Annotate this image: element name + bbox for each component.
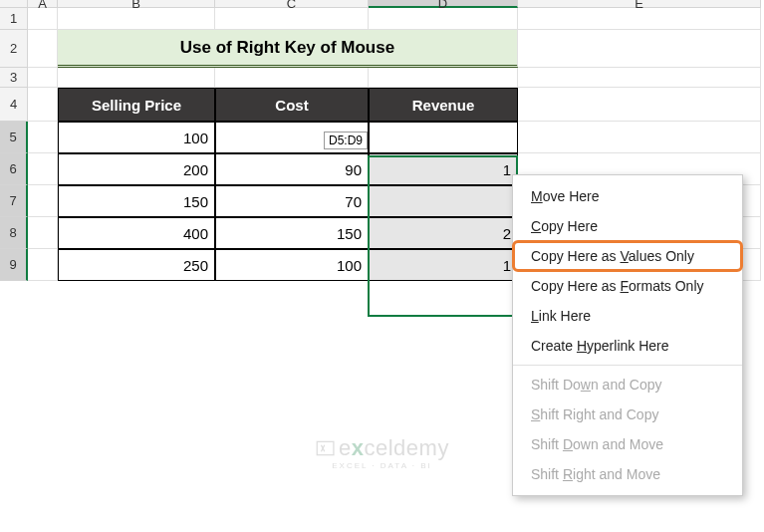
row-header-7[interactable]: 7	[0, 185, 28, 217]
cell[interactable]	[28, 30, 58, 68]
menu-shift-right-copy: Shift Right and Copy	[513, 399, 742, 429]
cell[interactable]	[518, 8, 761, 30]
cell[interactable]	[58, 68, 215, 88]
menu-link-here[interactable]: Link Here	[513, 301, 742, 331]
data-cell[interactable]: 100	[58, 122, 215, 153]
cell[interactable]	[369, 8, 518, 30]
cell[interactable]	[28, 249, 58, 281]
col-header-d[interactable]: D	[369, 0, 518, 8]
col-header-a[interactable]: A	[28, 0, 58, 8]
data-cell[interactable]: 1	[369, 249, 518, 281]
data-cell[interactable]: 150	[215, 217, 369, 249]
row-header-5[interactable]: 5	[0, 122, 28, 153]
menu-copy-here[interactable]: Copy Here	[513, 211, 742, 241]
range-tooltip: D5:D9	[324, 132, 368, 149]
cell[interactable]	[518, 30, 761, 68]
title-cell[interactable]: Use of Right Key of Mouse	[58, 30, 518, 68]
cell[interactable]	[28, 185, 58, 217]
header-cost[interactable]: Cost	[215, 88, 369, 122]
data-cell[interactable]	[369, 122, 518, 153]
cell[interactable]	[518, 122, 761, 153]
data-cell[interactable]: 200	[58, 153, 215, 185]
data-cell[interactable]: 90	[215, 153, 369, 185]
watermark-tagline: EXCEL · DATA · BI	[315, 461, 449, 470]
context-menu: Move Here Copy Here Copy Here as Values …	[512, 174, 743, 496]
row-header-1[interactable]: 1	[0, 8, 28, 30]
cell[interactable]	[28, 153, 58, 185]
row-header-9[interactable]: 9	[0, 249, 28, 281]
data-cell[interactable]: 2	[369, 217, 518, 249]
menu-shift-right-move: Shift Right and Move	[513, 459, 742, 489]
data-cell[interactable]	[369, 185, 518, 217]
watermark-brand: exceldemy	[339, 435, 449, 460]
menu-move-here[interactable]: Move Here	[513, 181, 742, 211]
menu-create-hyperlink[interactable]: Create Hyperlink Here	[513, 331, 742, 361]
data-cell[interactable]: 100	[215, 249, 369, 281]
header-revenue[interactable]: Revenue	[369, 88, 518, 122]
cell[interactable]	[58, 8, 215, 30]
select-all-corner[interactable]	[0, 0, 28, 8]
excel-icon	[315, 438, 335, 458]
data-cell[interactable]: 70	[215, 185, 369, 217]
svg-rect-0	[317, 441, 334, 454]
menu-shift-down-copy: Shift Down and Copy	[513, 370, 742, 399]
cell[interactable]	[28, 217, 58, 249]
data-cell[interactable]: 150	[58, 185, 215, 217]
col-header-c[interactable]: C	[215, 0, 369, 8]
col-header-e[interactable]: E	[518, 0, 761, 8]
cell[interactable]	[28, 68, 58, 88]
data-cell[interactable]: 250	[58, 249, 215, 281]
cell[interactable]	[215, 68, 369, 88]
row-header-3[interactable]: 3	[0, 68, 28, 88]
cell[interactable]	[215, 8, 369, 30]
row-header-4[interactable]: 4	[0, 88, 28, 122]
row-header-8[interactable]: 8	[0, 217, 28, 249]
menu-copy-formats-only[interactable]: Copy Here as Formats Only	[513, 271, 742, 301]
row-header-6[interactable]: 6	[0, 153, 28, 185]
menu-copy-values-only[interactable]: Copy Here as Values Only	[513, 241, 742, 271]
row-header-2[interactable]: 2	[0, 30, 28, 68]
watermark: exceldemy EXCEL · DATA · BI	[315, 435, 449, 470]
cell[interactable]	[518, 88, 761, 122]
cell[interactable]	[518, 68, 761, 88]
cell[interactable]	[369, 68, 518, 88]
col-header-b[interactable]: B	[58, 0, 215, 8]
data-cell[interactable]: 400	[58, 217, 215, 249]
cell[interactable]	[28, 122, 58, 153]
data-cell[interactable]: 1	[369, 153, 518, 185]
header-selling-price[interactable]: Selling Price	[58, 88, 215, 122]
cell[interactable]	[28, 8, 58, 30]
menu-shift-down-move: Shift Down and Move	[513, 429, 742, 459]
menu-separator	[513, 365, 742, 366]
cell[interactable]	[28, 88, 58, 122]
